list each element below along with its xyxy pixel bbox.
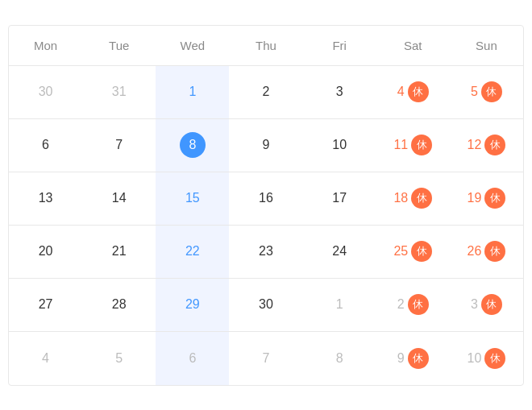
cell-content: 24 xyxy=(332,244,347,259)
day-number: 9 xyxy=(397,351,405,366)
day-number: 1 xyxy=(189,85,196,99)
calendar-cell[interactable]: 27 xyxy=(9,279,82,331)
calendar-cell[interactable]: 6 xyxy=(9,119,82,172)
calendar-cell[interactable]: 3休 xyxy=(450,279,523,331)
cell-content: 14 xyxy=(112,191,127,205)
calendar-cell[interactable]: 15 xyxy=(156,172,229,225)
calendar-cell[interactable]: 3 xyxy=(303,66,376,118)
calendar-cell[interactable]: 31 xyxy=(82,66,156,118)
cell-content: 18休 xyxy=(393,188,432,209)
cell-content: 1 xyxy=(189,85,196,99)
calendar-cell[interactable]: 1 xyxy=(156,66,229,118)
cell-content: 7 xyxy=(263,351,270,366)
cell-content: 5休 xyxy=(471,81,502,102)
cell-content: 12休 xyxy=(468,135,506,155)
day-number: 24 xyxy=(332,244,347,259)
cell-content: 28 xyxy=(112,297,127,312)
cell-content: 15 xyxy=(185,191,200,205)
cell-content: 7 xyxy=(115,138,123,152)
day-number: 16 xyxy=(259,191,273,205)
calendar-cell[interactable]: 30 xyxy=(9,66,82,118)
cell-content: 8 xyxy=(336,351,343,366)
day-number: 4 xyxy=(397,85,405,99)
calendar-cell[interactable]: 8 xyxy=(156,119,229,172)
calendar-cell[interactable]: 18休 xyxy=(376,172,450,225)
calendar-cell[interactable]: 9 xyxy=(229,119,302,172)
calendar-cell[interactable]: 2 xyxy=(229,66,302,118)
calendar-cell[interactable]: 10 xyxy=(303,119,376,172)
header-cell-tue: Tue xyxy=(82,26,156,65)
day-number: 3 xyxy=(336,85,343,99)
cell-content: 19休 xyxy=(468,188,506,209)
calendar-cell[interactable]: 23 xyxy=(229,226,302,278)
header-cell-fri: Fri xyxy=(303,26,376,65)
cell-content: 29 xyxy=(185,297,200,312)
cell-content: 22 xyxy=(185,244,200,259)
calendar-cell[interactable]: 7 xyxy=(229,332,302,385)
cell-content: 5 xyxy=(115,351,123,366)
calendar-cell[interactable]: 10休 xyxy=(450,332,523,385)
cell-content: 3休 xyxy=(471,294,502,315)
calendar-cell[interactable]: 2休 xyxy=(376,279,450,331)
day-number: 21 xyxy=(112,244,127,259)
calendar-header: MonTueWedThuFriSatSun xyxy=(9,26,523,66)
calendar-cell[interactable]: 9休 xyxy=(376,332,450,385)
day-number: 10 xyxy=(332,138,347,152)
cell-content: 30 xyxy=(39,85,53,99)
calendar-cell[interactable]: 13 xyxy=(9,172,82,225)
cell-content: 8 xyxy=(180,132,206,158)
calendar-cell[interactable]: 7 xyxy=(82,119,156,172)
calendar-cell[interactable]: 17 xyxy=(303,172,376,225)
cell-content: 17 xyxy=(332,191,347,205)
calendar-cell[interactable]: 4 xyxy=(9,332,82,385)
calendar-cell[interactable]: 16 xyxy=(229,172,302,225)
day-number: 12 xyxy=(468,138,482,152)
calendar-cell[interactable]: 30 xyxy=(229,279,302,331)
calendar-cell[interactable]: 5 xyxy=(82,332,156,385)
cell-content: 4休 xyxy=(397,81,429,102)
calendar-cell[interactable]: 25休 xyxy=(376,226,450,278)
rest-badge: 休 xyxy=(411,135,432,155)
calendar-cell[interactable]: 14 xyxy=(82,172,156,225)
calendar-cell[interactable]: 12休 xyxy=(450,119,523,172)
header-cell-wed: Wed xyxy=(156,26,229,65)
calendar-cell[interactable]: 1 xyxy=(303,279,376,331)
cell-content: 6 xyxy=(42,138,49,152)
cell-content: 9 xyxy=(263,138,270,152)
cell-content: 11休 xyxy=(393,135,432,155)
day-number: 9 xyxy=(263,138,270,152)
header-cell-mon: Mon xyxy=(9,26,82,65)
day-number: 29 xyxy=(185,297,200,312)
rest-badge: 休 xyxy=(408,81,429,102)
cell-content: 13 xyxy=(39,191,53,205)
cell-content: 6 xyxy=(189,351,196,366)
cell-content: 10 xyxy=(332,138,347,152)
calendar-cell[interactable]: 29 xyxy=(156,279,229,331)
day-number: 8 xyxy=(336,351,343,366)
rest-badge: 休 xyxy=(411,188,432,209)
calendar-row: 202122232425休26休 xyxy=(9,226,523,279)
calendar-cell[interactable]: 4休 xyxy=(376,66,450,118)
calendar-cell[interactable]: 19休 xyxy=(450,172,523,225)
calendar-cell[interactable]: 6 xyxy=(156,332,229,385)
rest-badge: 休 xyxy=(481,294,502,315)
calendar-cell[interactable]: 21 xyxy=(82,226,156,278)
day-number: 28 xyxy=(112,297,127,312)
calendar-cell[interactable]: 24 xyxy=(303,226,376,278)
calendar-cell[interactable]: 22 xyxy=(156,226,229,278)
day-number: 26 xyxy=(468,244,482,259)
calendar-cell[interactable]: 28 xyxy=(82,279,156,331)
calendar-cell[interactable]: 5休 xyxy=(450,66,523,118)
day-number: 4 xyxy=(42,351,49,366)
calendar-cell[interactable]: 20 xyxy=(9,226,82,278)
calendar-cell[interactable]: 26休 xyxy=(450,226,523,278)
cell-content: 30 xyxy=(259,297,273,312)
cell-content: 25休 xyxy=(393,241,432,262)
rest-badge: 休 xyxy=(484,241,505,262)
calendar-cell[interactable]: 11休 xyxy=(376,119,450,172)
cell-content: 9休 xyxy=(397,348,429,369)
calendar-cell[interactable]: 8 xyxy=(303,332,376,385)
calendar-row: 67891011休12休 xyxy=(9,119,523,172)
day-number: 10 xyxy=(468,351,482,366)
rest-badge: 休 xyxy=(484,348,505,369)
